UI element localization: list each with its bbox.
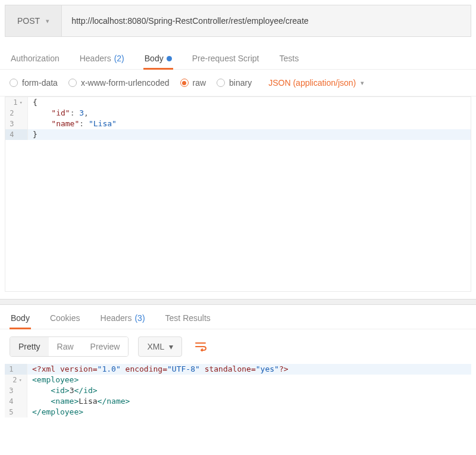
resp-tab-headers[interactable]: Headers (3) — [99, 307, 146, 329]
code-token: "UTF-8" — [167, 364, 200, 373]
header-count: (3) — [134, 313, 145, 323]
tab-label: Body — [145, 54, 164, 63]
radio-icon — [180, 79, 189, 87]
radio-label: raw — [193, 78, 206, 88]
tab-body[interactable]: Body — [143, 48, 173, 69]
view-pretty[interactable]: Pretty — [10, 337, 49, 356]
tab-tests[interactable]: Tests — [278, 48, 300, 69]
url-input[interactable] — [62, 5, 471, 36]
http-method-label: POST — [17, 16, 40, 26]
code-token: <name> — [51, 397, 79, 406]
content-type-label: JSON (application/json) — [268, 78, 356, 88]
tab-label: Authorization — [11, 54, 60, 63]
request-bar: POST ▾ — [5, 5, 471, 37]
resp-tab-cookies[interactable]: Cookies — [49, 307, 82, 329]
resp-tab-body[interactable]: Body — [10, 307, 31, 329]
code-token: "yes" — [256, 364, 279, 373]
radio-form-data[interactable]: form-data — [10, 78, 58, 88]
tab-label: Cookies — [50, 313, 80, 323]
content-type-select[interactable]: JSON (application/json) ▾ — [268, 78, 364, 88]
radio-raw[interactable]: raw — [180, 78, 206, 88]
radio-urlencoded[interactable]: x-www-form-urlencoded — [68, 78, 170, 88]
tab-label: Body — [11, 313, 30, 323]
view-raw[interactable]: Raw — [49, 337, 82, 356]
response-tabs: Body Cookies Headers (3) Test Results — [0, 307, 476, 329]
tab-label: Test Results — [165, 313, 211, 323]
code-token: version= — [60, 364, 98, 373]
code-token: ?> — [279, 364, 289, 373]
code-token: "id" — [51, 108, 70, 117]
tab-label: Tests — [280, 54, 299, 63]
radio-icon — [68, 79, 77, 87]
tab-prerequest[interactable]: Pre-request Script — [191, 48, 261, 69]
dot-indicator-icon — [167, 56, 172, 61]
code-token: </employee> — [32, 407, 83, 416]
wrap-lines-button[interactable] — [190, 336, 212, 357]
view-mode-tabs: Pretty Raw Preview — [10, 336, 129, 357]
code-token: "name" — [51, 119, 79, 128]
request-tabs: Authorization Headers (2) Body Pre-reque… — [0, 48, 476, 70]
fold-icon: ▾ — [20, 97, 23, 108]
chevron-down-icon: ▾ — [46, 17, 49, 25]
code-token: <id> — [51, 386, 69, 395]
wrap-icon — [195, 342, 207, 351]
response-view-bar: Pretty Raw Preview XML ▾ — [0, 329, 476, 364]
radio-icon — [217, 79, 225, 87]
code-token: </name> — [98, 397, 130, 406]
tab-label: Headers — [101, 313, 132, 323]
header-count: (2) — [114, 54, 124, 63]
format-label: XML — [147, 342, 164, 351]
radio-label: form-data — [22, 78, 58, 88]
radio-label: binary — [229, 78, 252, 88]
tab-label: Headers — [80, 54, 111, 63]
http-method-select[interactable]: POST ▾ — [5, 5, 62, 36]
code-token: </id> — [74, 386, 97, 395]
chevron-down-icon: ▾ — [361, 79, 364, 87]
code-token: <employee> — [32, 375, 79, 384]
view-preview[interactable]: Preview — [82, 337, 129, 356]
tab-authorization[interactable]: Authorization — [10, 48, 61, 69]
chevron-down-icon: ▾ — [169, 342, 173, 351]
tab-label: Pre-request Script — [192, 54, 259, 63]
code-token: "Lisa" — [89, 119, 117, 128]
response-format-select[interactable]: XML ▾ — [138, 336, 182, 357]
radio-icon — [10, 79, 18, 87]
radio-binary[interactable]: binary — [217, 78, 252, 88]
body-type-row: form-data x-www-form-urlencoded raw bina… — [0, 70, 476, 96]
code-token: } — [33, 130, 37, 139]
resp-tab-testresults[interactable]: Test Results — [164, 307, 212, 329]
fold-icon: ▾ — [19, 375, 22, 385]
code-token: standalone= — [200, 364, 256, 373]
radio-label: x-www-form-urlencoded — [81, 78, 170, 88]
request-body-editor[interactable]: 1 ▾{ 2 "id": 3, 3 "name": "Lisa" 4 } — [5, 96, 471, 292]
pane-divider[interactable] — [0, 299, 476, 305]
tab-headers[interactable]: Headers (2) — [79, 48, 126, 69]
code-token: <?xml — [32, 364, 60, 373]
code-token: encoding= — [121, 364, 167, 373]
code-token: 3 — [79, 108, 84, 117]
code-token: { — [33, 98, 37, 107]
code-token: "1.0" — [98, 364, 121, 373]
code-token: Lisa — [79, 397, 97, 406]
response-body-editor[interactable]: 1 <?xml version="1.0" encoding="UTF-8" s… — [5, 364, 471, 417]
